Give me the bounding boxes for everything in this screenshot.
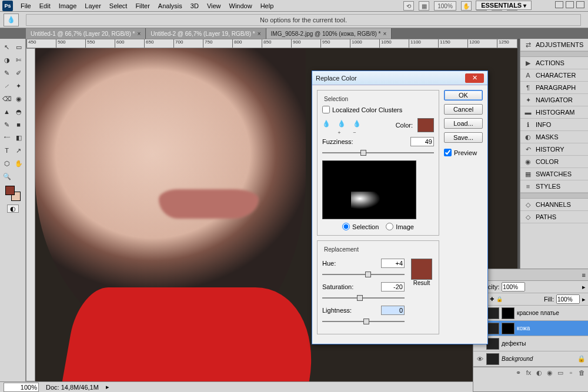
dock-paths[interactable]: ◇PATHS bbox=[520, 211, 588, 223]
zoom-field[interactable]: 100% bbox=[4, 383, 39, 392]
light-input[interactable] bbox=[381, 306, 405, 315]
menu-3d[interactable]: 3D bbox=[186, 1, 203, 11]
tool-9[interactable]: ◉ bbox=[13, 93, 25, 105]
dock-history[interactable]: ↶HISTORY bbox=[520, 143, 588, 156]
dock-histogram[interactable]: ▬HISTOGRAM bbox=[520, 106, 588, 119]
dock-navigator[interactable]: ✦NAVIGATOR bbox=[520, 94, 588, 106]
menu-file[interactable]: File bbox=[16, 1, 35, 11]
eyedropper-plus-icon[interactable]: 💧₊ bbox=[338, 120, 348, 130]
tool-4[interactable]: ✎ bbox=[1, 67, 13, 79]
menu-filter[interactable]: Filter bbox=[131, 1, 153, 11]
light-slider[interactable] bbox=[322, 317, 405, 326]
menu-analysis[interactable]: Analysis bbox=[154, 1, 186, 11]
cancel-button[interactable]: Cancel bbox=[444, 104, 483, 115]
maximize-button[interactable] bbox=[566, 1, 574, 8]
tool-2[interactable]: ◑ bbox=[1, 54, 13, 66]
fx-icon[interactable]: fx bbox=[524, 369, 533, 377]
tool-8[interactable]: ⌫ bbox=[1, 93, 13, 105]
menu-layer[interactable]: Layer bbox=[81, 1, 105, 11]
ok-button[interactable]: OK bbox=[444, 90, 483, 100]
color-swatch[interactable] bbox=[417, 118, 434, 132]
current-tool-icon[interactable]: 💧 bbox=[4, 14, 19, 26]
tool-19[interactable]: ✋ bbox=[13, 158, 25, 169]
menu-help[interactable]: Help bbox=[256, 1, 278, 11]
menu-view[interactable]: View bbox=[203, 1, 225, 11]
flyout-icon[interactable]: ▸ bbox=[106, 383, 109, 391]
layer-row[interactable]: 👁Background🔒 bbox=[473, 351, 588, 367]
sat-input[interactable] bbox=[381, 282, 405, 292]
dock-character[interactable]: ACHARACTER bbox=[520, 69, 588, 82]
tool-14[interactable]: ⬳ bbox=[1, 132, 13, 143]
dock-actions[interactable]: ▶ACTIONS bbox=[520, 57, 588, 69]
dock-styles[interactable]: ≡STYLES bbox=[520, 180, 588, 193]
doc-tab[interactable]: Untitled-1 @ 66,7% (Layer 20, RGB/8) *× bbox=[26, 28, 146, 39]
tool-20[interactable]: 🔍 bbox=[1, 170, 13, 182]
fuzziness-input[interactable] bbox=[410, 137, 434, 146]
group-icon[interactable]: ▭ bbox=[556, 369, 564, 377]
close-tab-icon[interactable]: × bbox=[383, 31, 386, 37]
layer-row[interactable]: красное платье bbox=[473, 306, 588, 321]
tool-1[interactable]: ▭ bbox=[13, 41, 25, 53]
menu-image[interactable]: Image bbox=[55, 1, 81, 11]
result-swatch[interactable] bbox=[411, 259, 432, 280]
visibility-icon[interactable]: 👁 bbox=[476, 356, 484, 363]
load-button[interactable]: Load... bbox=[444, 118, 483, 129]
tool-11[interactable]: ◓ bbox=[13, 106, 25, 118]
hue-slider[interactable] bbox=[322, 270, 405, 279]
close-tab-icon[interactable]: × bbox=[137, 31, 141, 37]
tool-15[interactable]: ◧ bbox=[13, 132, 25, 143]
tool-17[interactable]: ↗ bbox=[13, 145, 25, 156]
quick-mask-icon[interactable]: ◐ bbox=[7, 205, 19, 213]
tool-7[interactable]: ✦ bbox=[13, 80, 25, 92]
dock-info[interactable]: ℹINFO bbox=[520, 119, 588, 131]
fuzziness-slider[interactable] bbox=[322, 149, 434, 157]
image-radio[interactable]: Image bbox=[386, 223, 414, 230]
opacity-input[interactable] bbox=[502, 282, 525, 292]
close-tab-icon[interactable]: × bbox=[258, 31, 261, 37]
link-icon[interactable]: ⚭ bbox=[514, 369, 522, 377]
fill-input[interactable] bbox=[556, 294, 580, 304]
workspace-chip[interactable]: ESSENTIALS ▾ bbox=[476, 1, 532, 10]
eyedropper-icon[interactable]: 💧 bbox=[322, 120, 333, 130]
dialog-titlebar[interactable]: Replace Color ✕ bbox=[312, 71, 487, 85]
menu-edit[interactable]: Edit bbox=[35, 1, 55, 11]
view-rotate-icon[interactable]: ⟲ bbox=[403, 1, 414, 11]
hue-input[interactable] bbox=[381, 259, 405, 268]
dock-adjustments[interactable]: ⇄ADJUSTMENTS bbox=[520, 39, 588, 51]
tool-3[interactable]: ✄ bbox=[13, 54, 25, 66]
preview-checkbox[interactable]: Preview bbox=[444, 149, 483, 156]
layer-row[interactable]: дефекты bbox=[473, 336, 588, 351]
layer-row[interactable]: 👁кожа bbox=[473, 321, 588, 336]
doc-tab[interactable]: Untitled-2 @ 66,7% (Layer 19, RGB/8) *× bbox=[146, 28, 266, 39]
dock-channels[interactable]: ◇CHANNELS bbox=[520, 199, 588, 211]
sat-slider[interactable] bbox=[322, 294, 405, 302]
dialog-close-icon[interactable]: ✕ bbox=[465, 73, 484, 83]
tool-5[interactable]: ✐ bbox=[13, 67, 25, 79]
dock-color[interactable]: ◉COLOR bbox=[520, 156, 588, 168]
tool-10[interactable]: ▲ bbox=[1, 106, 13, 118]
dock-swatches[interactable]: ▦SWATCHES bbox=[520, 168, 588, 180]
adjust-icon[interactable]: ◉ bbox=[546, 369, 554, 377]
tool-13[interactable]: ■ bbox=[13, 119, 25, 130]
fg-bg-swatch[interactable] bbox=[5, 186, 21, 201]
dock-masks[interactable]: ◐MASKS bbox=[520, 131, 588, 143]
selection-radio[interactable]: Selection bbox=[342, 223, 379, 230]
mask-icon[interactable]: ◐ bbox=[535, 369, 543, 377]
hand-icon[interactable]: ✋ bbox=[461, 1, 472, 11]
new-layer-icon[interactable]: ▫ bbox=[567, 369, 575, 377]
tool-16[interactable]: T bbox=[1, 145, 13, 156]
trash-icon[interactable]: 🗑 bbox=[577, 369, 586, 377]
minimize-button[interactable] bbox=[555, 1, 563, 8]
selection-preview[interactable] bbox=[322, 160, 416, 219]
tool-21[interactable] bbox=[13, 170, 25, 182]
menu-window[interactable]: Window bbox=[225, 1, 256, 11]
save-button[interactable]: Save... bbox=[444, 132, 483, 143]
localized-checkbox[interactable]: Localized Color Clusters bbox=[322, 106, 434, 113]
tool-0[interactable]: ↖ bbox=[1, 41, 13, 53]
arrange-icon[interactable]: ▦ bbox=[419, 1, 429, 11]
doc-tab[interactable]: IMG_9058-2.jpg @ 100% (кожа, RGB/8) *× bbox=[266, 28, 392, 39]
tool-6[interactable]: ⟋ bbox=[1, 80, 13, 92]
close-button[interactable] bbox=[576, 1, 584, 8]
dock-paragraph[interactable]: ¶PARAGRAPH bbox=[520, 82, 588, 94]
tool-12[interactable]: ✎ bbox=[1, 119, 13, 130]
